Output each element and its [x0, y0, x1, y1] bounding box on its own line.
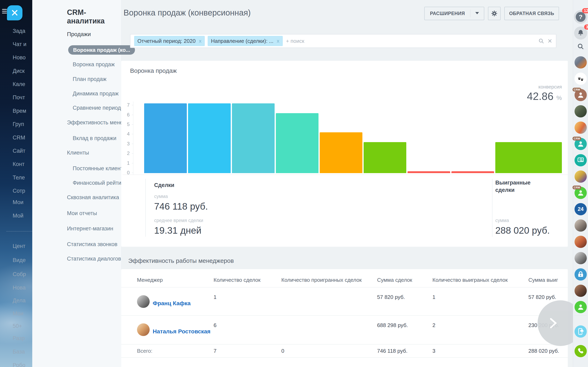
hamburger-menu-icon	[2, 13, 7, 13]
won-sum-label: сумма	[495, 218, 509, 223]
lock-chat-avatar[interactable]	[575, 268, 587, 281]
question-icon: ?	[576, 12, 586, 22]
avg-time-label: среднее время сделки	[154, 218, 203, 223]
avatar-man[interactable]	[575, 219, 587, 232]
table-cell: 57 820 руб.	[528, 294, 556, 300]
feedback-label: ОБРАТНАЯ СВЯЗЬ	[509, 11, 554, 16]
conversion-number: 42.86	[527, 90, 553, 102]
clear-search-icon[interactable]: ✕	[548, 38, 552, 44]
analytics-menu-item[interactable]: Интернет-магазин	[67, 225, 113, 232]
telephony-button[interactable]	[575, 345, 587, 357]
extensions-button[interactable]: РАСШИРЕНИЯ	[424, 7, 484, 20]
analytics-menu-item[interactable]: Динамика продаж	[73, 91, 119, 97]
sum-label: сумма	[154, 194, 168, 199]
remove-filter-icon[interactable]: x	[199, 38, 201, 44]
manager-name-link[interactable]: Франц Кафка	[153, 300, 191, 307]
search-button[interactable]	[577, 42, 585, 50]
deals-sum-value: 746 118 руб.	[154, 201, 208, 212]
avatar	[137, 295, 150, 308]
analytics-menu-item[interactable]: Статистика диалогов	[67, 256, 121, 262]
avatar-cartoon-blonde[interactable]	[575, 170, 587, 183]
bitrix24-avatar[interactable]: 24	[575, 203, 587, 215]
avatar-image	[575, 285, 587, 297]
filter-tag-direction[interactable]: Направление (сделки): ... x	[208, 36, 283, 46]
y-axis-tick-label: 0	[117, 170, 130, 175]
remove-filter-icon[interactable]: x	[277, 38, 279, 44]
avatar-kafka[interactable]	[575, 252, 587, 264]
funnel-bar[interactable]	[144, 103, 187, 173]
lock-icon	[575, 268, 587, 281]
phone-icon	[575, 345, 587, 357]
avatar-dark-haired-woman[interactable]	[575, 285, 587, 297]
hamburger-menu-icon[interactable]	[2, 9, 7, 10]
notification-badge: 3	[584, 25, 588, 30]
y-axis	[133, 101, 133, 175]
analytics-menu-item[interactable]: Статистика звонков	[67, 241, 117, 248]
won-sum-value: 288 020 руб.	[495, 225, 550, 236]
avatar-woman[interactable]	[575, 105, 587, 117]
funnel-bar[interactable]	[451, 171, 494, 173]
analytics-menu-item[interactable]: Клиенты	[67, 150, 89, 156]
avatar-image	[575, 170, 587, 183]
crm-contact-avatar[interactable]: CRM	[575, 89, 587, 101]
stats-divider	[492, 179, 493, 237]
won-deals-title: Выигранные сделки	[495, 179, 546, 194]
totals-label: Всего:	[137, 348, 152, 354]
analytics-menu-item[interactable]: Финансовый рейтинг	[73, 180, 126, 186]
filter-tag-period[interactable]: Отчетный период: 2020 x	[134, 36, 205, 46]
conversion-label: конверсия	[538, 84, 562, 90]
funnel-bar[interactable]	[364, 142, 406, 173]
mobile-cloud-icon	[575, 325, 587, 338]
settings-button[interactable]	[488, 7, 501, 20]
analytics-menu-item[interactable]: Воронка продаж	[73, 61, 115, 68]
crm-analytics-screen: ЗадаЧат иНовоДискКалеПочтВремГрупCRMСайт…	[0, 0, 588, 367]
feedback-button[interactable]: ОБРАТНАЯ СВЯЗЬ	[504, 7, 559, 20]
crm-contact-avatar[interactable]: CRM	[575, 187, 587, 199]
funnel-bar[interactable]	[188, 103, 231, 173]
funnel-bar[interactable]	[407, 171, 450, 173]
y-axis-tick-label: 2	[117, 151, 130, 156]
table-bottom-divider	[121, 357, 568, 358]
crm-badge: CRM	[572, 88, 581, 92]
table-cell: 0	[281, 348, 284, 354]
table-cell: 288 020 руб.	[528, 348, 559, 354]
crm-contact-avatar[interactable]: CRM	[575, 138, 587, 150]
search-input[interactable]	[286, 38, 535, 44]
analytics-menu-item[interactable]: Мои отчеты	[67, 210, 97, 217]
analytics-menu-item[interactable]: Сквозная аналитика	[67, 194, 119, 201]
analytics-menu-item[interactable]: План продаж	[73, 76, 106, 82]
deals-title: Сделки	[154, 182, 174, 189]
person-icon: CRM	[575, 187, 587, 199]
person-avatar[interactable]	[575, 301, 587, 313]
chevron-right-icon	[545, 316, 560, 331]
analytics-menu-item[interactable]: Воронка продаж (ко...	[68, 45, 135, 55]
y-axis-tick-label: 6	[117, 112, 130, 117]
manager-name-link[interactable]: Наталья Ростовская	[153, 328, 210, 335]
table-column-header: Количество сделок	[214, 277, 260, 283]
analytics-menu-item[interactable]: Продажи	[67, 31, 91, 38]
help-button[interactable]: ?12	[574, 10, 587, 24]
y-axis-tick-label: 1	[117, 161, 130, 166]
notifications-button[interactable]: 3	[574, 26, 587, 40]
avatar-paw-prints[interactable]	[575, 73, 587, 85]
avg-time-value: 19.31 дней	[154, 225, 201, 236]
conversion-unit: %	[556, 94, 562, 101]
table-column-header: Количество выиграных сделок	[432, 277, 508, 283]
funnel-bar[interactable]	[276, 113, 319, 173]
button-divider	[470, 9, 470, 17]
table-cell: 2	[432, 322, 435, 328]
close-menu-button[interactable]	[7, 5, 22, 20]
analytics-menu-item[interactable]: Вклад в продажи	[73, 135, 116, 142]
search-icon[interactable]	[538, 38, 545, 44]
funnel-bar[interactable]	[320, 132, 362, 173]
avatar-redhead-woman[interactable]	[575, 236, 587, 248]
avatar-pencils[interactable]	[575, 122, 587, 134]
screenshare-avatar[interactable]	[575, 154, 587, 166]
mobile-app-button[interactable]	[575, 325, 587, 338]
y-axis-tick	[132, 173, 133, 173]
filter-search-bar[interactable]: Отчетный период: 2020 x Направление (сде…	[130, 34, 556, 48]
funnel-bar[interactable]	[495, 142, 562, 173]
funnel-bar[interactable]	[232, 103, 275, 173]
chevron-down-icon[interactable]	[475, 12, 479, 14]
avatar-construction-team[interactable]	[575, 56, 587, 68]
